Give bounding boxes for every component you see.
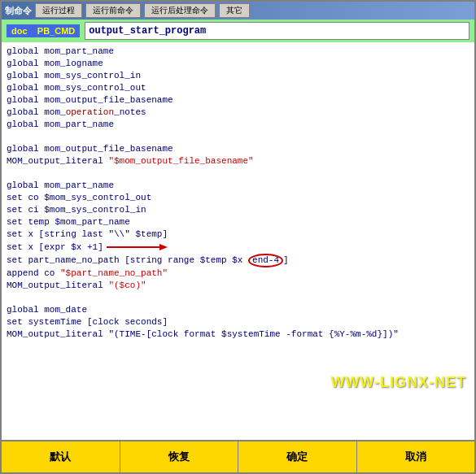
cmd-input[interactable] bbox=[85, 22, 469, 40]
code-line-blank-1 bbox=[7, 131, 469, 143]
tab-2[interactable]: 运行前命令 bbox=[85, 3, 141, 18]
code-line-8: global mom_output_file_basename bbox=[7, 143, 469, 155]
code-line-15-text: set x [expr $x +1] bbox=[7, 241, 103, 254]
default-button[interactable]: 默认 bbox=[2, 441, 120, 472]
code-line-3: global mom_sys_control_in bbox=[7, 70, 469, 82]
code-line-18: MOM_output_literal "($co)" bbox=[7, 280, 469, 292]
cmd-doc-text: doc bbox=[11, 26, 28, 36]
code-line-16: set part_name_no_path [string range $tem… bbox=[7, 254, 469, 267]
cmd-pb-label: PB_CMD bbox=[37, 26, 75, 36]
tab-3[interactable]: 运行后处理命令 bbox=[144, 3, 216, 18]
code-line-13: set temp $mom_part_name bbox=[7, 216, 469, 228]
cmd-doc-label: doc PB_CMD bbox=[7, 24, 80, 37]
code-line-5: global mom_output_file_basename bbox=[7, 94, 469, 107]
cancel-button[interactable]: 取消 bbox=[357, 441, 475, 472]
code-line-6: global mom_operation_notes bbox=[7, 107, 469, 119]
code-line-11: set co $mom_sys_control_out bbox=[7, 192, 469, 204]
main-window: 制命令 运行过程 运行前命令 运行后处理命令 其它 doc PB_CMD glo… bbox=[0, 0, 476, 474]
code-line-14: set x [string last "\\" $temp] bbox=[7, 228, 469, 241]
ok-button[interactable]: 确定 bbox=[238, 441, 357, 472]
code-line-15: set x [expr $x +1] bbox=[7, 241, 469, 254]
tab-4[interactable]: 其它 bbox=[219, 3, 250, 18]
code-line-1: global mom_part_name bbox=[7, 46, 469, 58]
code-line-12: set ci $mom_sys_control_in bbox=[7, 204, 469, 216]
code-line-21: MOM_output_literal "(TIME-[clock format … bbox=[7, 328, 469, 341]
code-line-blank-2 bbox=[7, 167, 469, 180]
code-line-19: global mom_date bbox=[7, 304, 469, 316]
code-area: global mom_part_name global mom_logname … bbox=[2, 42, 474, 440]
code-line-17: append co "$part_name_no_path" bbox=[7, 267, 469, 280]
title-text: 制命令 bbox=[5, 5, 32, 17]
svg-marker-1 bbox=[159, 244, 168, 250]
code-line-4: global mom_sys_control_out bbox=[7, 82, 469, 94]
restore-button[interactable]: 恢复 bbox=[120, 441, 239, 472]
code-line-7: global mom_part_name bbox=[7, 119, 469, 131]
code-line-2: global mom_logname bbox=[7, 58, 469, 70]
tab-1[interactable]: 运行过程 bbox=[35, 3, 82, 18]
code-line-10: global mom_part_name bbox=[7, 180, 469, 192]
code-line-9: MOM_output_literal "$mom_output_file_bas… bbox=[7, 155, 469, 167]
watermark: WWW-LIGNX-NET bbox=[330, 374, 466, 391]
code-line-blank-3 bbox=[7, 292, 469, 304]
bottom-bar: 默认 恢复 确定 取消 bbox=[2, 440, 474, 472]
arrow-icon bbox=[107, 241, 172, 254]
title-bar: 制命令 运行过程 运行前命令 运行后处理命令 其它 bbox=[2, 2, 474, 20]
cmd-bar: doc PB_CMD bbox=[2, 20, 474, 42]
code-line-20: set systemTime [clock seconds] bbox=[7, 316, 469, 328]
